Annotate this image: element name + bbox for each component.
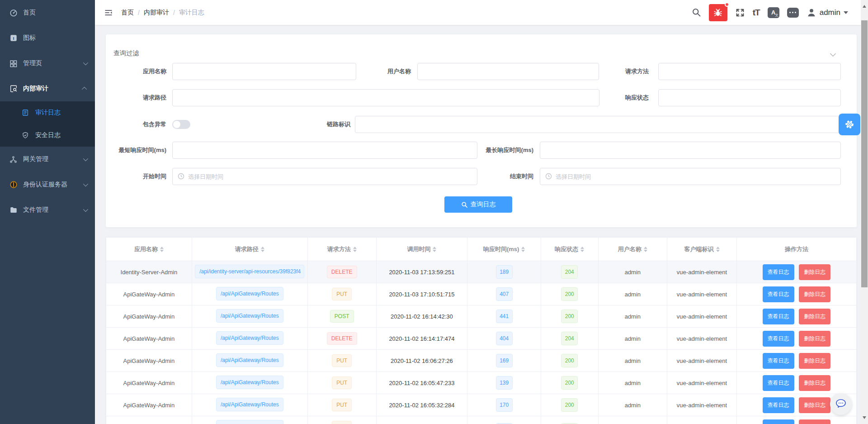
user-name-input[interactable] <box>417 63 599 80</box>
app-name-cell: ApiGateWay-Admin <box>123 291 175 298</box>
request-path-link[interactable]: /api/identity-server/api-resources/39f82… <box>195 265 304 278</box>
start-time-input[interactable] <box>172 168 477 185</box>
scroll-up-arrow[interactable] <box>863 3 866 8</box>
sidebar-item-gateway[interactable]: 网关管理 <box>0 147 95 172</box>
error-log-button[interactable] <box>709 4 727 21</box>
view-log-button[interactable]: 查看日志 <box>763 331 794 347</box>
scroll-down-arrow[interactable] <box>863 416 866 421</box>
has-exception-toggle[interactable] <box>172 120 190 129</box>
sort-carets-icon[interactable] <box>353 245 357 254</box>
start-time-picker[interactable] <box>172 168 477 185</box>
collapse-sidebar-icon[interactable] <box>104 8 113 17</box>
sort-carets-icon[interactable] <box>160 245 164 254</box>
gear-icon <box>844 119 855 130</box>
page-scrollbar[interactable] <box>861 0 868 424</box>
sort-carets-icon[interactable] <box>644 245 647 254</box>
client-id-cell: vue-admin-element <box>677 357 727 364</box>
request-path-link[interactable]: /api/ApiGateway/Routes <box>216 376 283 389</box>
sidebar-item-icons[interactable]: I 图标 <box>0 25 95 51</box>
sidebar-item-admin-pages[interactable]: 管理页 <box>0 51 95 76</box>
request-path-link[interactable]: /api/ApiGateway/Routes <box>216 331 283 345</box>
fullscreen-icon[interactable] <box>735 8 745 18</box>
view-log-button[interactable]: 查看日志 <box>763 419 794 424</box>
delete-log-button[interactable]: 删除日志 <box>799 375 830 391</box>
breadcrumb-internal-audit[interactable]: 内部审计 <box>144 9 169 17</box>
column-header[interactable]: 请求路径 <box>192 238 307 261</box>
sort-carets-icon[interactable] <box>580 245 584 254</box>
trace-id-input[interactable] <box>355 116 841 133</box>
delete-log-button[interactable]: 删除日志 <box>799 331 830 347</box>
sidebar-item-home[interactable]: 首页 <box>0 0 95 25</box>
chevron-down-icon <box>83 207 88 212</box>
delete-log-button[interactable]: 删除日志 <box>799 309 830 324</box>
delete-log-button[interactable]: 删除日志 <box>799 397 830 413</box>
breadcrumb-home[interactable]: 首页 <box>121 9 134 17</box>
sidebar-item-security-log[interactable]: 安全日志 <box>0 124 95 147</box>
delete-log-button[interactable]: 删除日志 <box>799 264 830 280</box>
sidebar-item-internal-audit[interactable]: 内部审计 <box>0 76 95 101</box>
query-filter-panel: 查询过滤 应用名称 用户名称 请求方法 请求路径 响应状态 包含异常 链路标识 … <box>105 34 857 228</box>
response-status-input[interactable] <box>658 89 841 106</box>
call-time-cell: 2020-11-02 16:05:32:284 <box>389 402 454 409</box>
request-path-link[interactable]: /api/ApiGateway/Routes <box>216 287 283 300</box>
view-log-button[interactable]: 查看日志 <box>763 397 794 413</box>
user-menu[interactable]: admin <box>807 8 848 18</box>
folder-icon <box>9 206 18 214</box>
request-path-link[interactable]: /api/ApiGateway/Routes <box>216 353 283 367</box>
sidebar-item-label: 文件管理 <box>23 206 83 214</box>
user-name-cell: admin <box>625 380 641 386</box>
sort-carets-icon[interactable] <box>433 245 436 254</box>
response-status-badge: 200 <box>561 287 578 301</box>
app-name-input[interactable] <box>172 63 356 80</box>
language-icon[interactable]: A文 <box>768 7 779 18</box>
request-path-input[interactable] <box>172 89 599 106</box>
sidebar-item-identity-server[interactable]: 身份认证服务器 <box>0 172 95 197</box>
client-id-cell: vue-admin-element <box>677 380 727 386</box>
table-row: ApiGateWay-Admin /api/ApiGateway/Routes … <box>106 283 857 305</box>
column-header[interactable]: 用户名称 <box>598 238 667 261</box>
collapse-panel-icon[interactable] <box>830 51 836 57</box>
delete-log-button[interactable]: 删除日志 <box>799 353 830 369</box>
column-header[interactable]: 客户端标识 <box>667 238 737 261</box>
user-name-label: 用户名称 <box>377 63 411 80</box>
request-path-link[interactable]: /api/ApiGateway/Routes <box>216 398 283 411</box>
sidebar-item-file-management[interactable]: 文件管理 <box>0 197 95 223</box>
view-log-button[interactable]: 查看日志 <box>763 309 794 324</box>
view-log-button[interactable]: 查看日志 <box>763 286 794 302</box>
shield-icon <box>22 131 30 139</box>
response-time-badge: 189 <box>496 265 513 279</box>
chevron-down-icon <box>83 156 88 161</box>
column-header[interactable]: 响应状态 <box>541 238 599 261</box>
delete-log-button[interactable]: 删除日志 <box>799 419 830 424</box>
sidebar-item-audit-log[interactable]: 审计日志 <box>0 101 95 124</box>
sort-carets-icon[interactable] <box>521 245 525 254</box>
table-row: ApiGateWay-Admin /api/ApiGateway/Routes … <box>106 416 857 424</box>
feedback-chat-button[interactable] <box>830 393 852 415</box>
scrollbar-thumb[interactable] <box>861 20 868 287</box>
message-icon[interactable] <box>787 8 799 18</box>
sort-carets-icon[interactable] <box>261 245 264 254</box>
settings-panel-button[interactable] <box>839 114 860 135</box>
notification-dot <box>725 2 729 7</box>
response-status-badge: 200 <box>561 376 578 390</box>
end-time-input[interactable] <box>540 168 841 185</box>
view-log-button[interactable]: 查看日志 <box>763 375 794 391</box>
delete-log-button[interactable]: 删除日志 <box>799 286 830 302</box>
max-elapsed-input[interactable] <box>540 142 841 159</box>
column-header[interactable]: 请求方法 <box>307 238 376 261</box>
view-log-button[interactable]: 查看日志 <box>763 264 794 280</box>
column-header[interactable]: 响应时间(ms) <box>467 238 541 261</box>
column-header[interactable]: 调用时间 <box>376 238 467 261</box>
query-logs-button[interactable]: 查询日志 <box>444 196 512 213</box>
view-log-button[interactable]: 查看日志 <box>763 353 794 369</box>
end-time-picker[interactable] <box>540 168 841 185</box>
font-size-icon[interactable]: tT <box>753 8 760 18</box>
column-header[interactable]: 应用名称 <box>106 238 192 261</box>
sort-carets-icon[interactable] <box>716 245 720 254</box>
has-exception-label: 包含异常 <box>106 116 166 133</box>
search-icon[interactable] <box>692 8 701 17</box>
request-path-link[interactable]: /api/ApiGateway/Routes <box>216 309 283 323</box>
request-method-input[interactable] <box>658 63 841 80</box>
min-elapsed-input[interactable] <box>172 142 477 159</box>
request-path-link[interactable]: /api/ApiGateway/Routes <box>216 420 283 424</box>
